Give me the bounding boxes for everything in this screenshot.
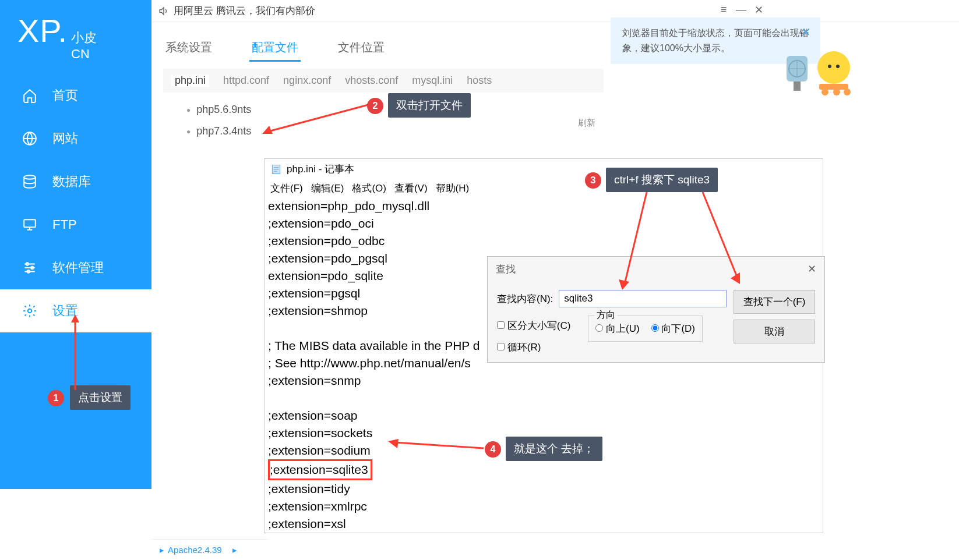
close-icon[interactable]: ✕ xyxy=(801,24,811,40)
notepad-title-text: php.ini - 记事本 xyxy=(287,162,354,176)
speaker-icon xyxy=(158,6,169,16)
arrow-2 xyxy=(260,99,371,140)
nav-website[interactable]: 网站 xyxy=(0,117,151,160)
svg-line-25 xyxy=(268,105,368,132)
radio-up[interactable]: 向上(U) xyxy=(595,322,639,335)
tab-system[interactable]: 系统设置 xyxy=(163,35,214,62)
arrow-3a xyxy=(618,191,653,290)
subtab-vhosts[interactable]: vhosts.conf xyxy=(345,75,398,87)
find-dialog: 查找 ✕ 查找内容(N): 区分大小写(C) 循环(R) 方向 向上(U) 向下… xyxy=(487,256,825,363)
nav-label: 网站 xyxy=(52,130,78,147)
subtab-httpd[interactable]: httpd.conf xyxy=(223,75,269,87)
database-icon xyxy=(21,173,38,190)
notepad-icon xyxy=(270,164,282,175)
svg-marker-26 xyxy=(262,126,273,134)
tab-location[interactable]: 文件位置 xyxy=(336,35,387,62)
logo: XP. 小皮 CN xyxy=(0,0,151,74)
menu-icon[interactable]: ≡ xyxy=(718,3,729,16)
home-icon xyxy=(21,87,38,104)
subtab-hosts[interactable]: hosts xyxy=(467,75,492,87)
arrow-3b xyxy=(699,191,746,284)
gear-icon xyxy=(21,302,38,320)
close-icon[interactable]: ✕ xyxy=(753,3,764,16)
cartoon-illustration xyxy=(778,38,854,102)
logo-brand: XP. xyxy=(17,12,68,49)
find-title-text: 查找 xyxy=(496,263,516,276)
svg-rect-10 xyxy=(819,84,848,90)
svg-marker-28 xyxy=(619,279,629,290)
service-name: Apache2.4.39 xyxy=(168,545,222,555)
php-version-item[interactable]: php7.3.4nts xyxy=(175,120,263,142)
subtab-mysql[interactable]: mysql.ini xyxy=(412,75,453,87)
sidebar: XP. 小皮 CN 首页 网站 数据库 FTP 软件管理 设置 xyxy=(0,0,151,489)
direction-group: 方向 向上(U) 向下(D) xyxy=(588,316,703,342)
nav-software[interactable]: 软件管理 xyxy=(0,246,151,289)
radio-down[interactable]: 向下(D) xyxy=(651,322,695,335)
nav-label: FTP xyxy=(52,217,77,232)
badge-1: 1 xyxy=(48,390,64,406)
logo-sub-2: CN xyxy=(71,46,97,62)
announcement-text: 用阿里云 腾讯云，我们有内部价 xyxy=(174,4,315,17)
globe-icon xyxy=(21,130,38,147)
callout-3: ctrl+f 搜索下 sqlite3 xyxy=(606,168,718,192)
menu-edit[interactable]: 编辑(E) xyxy=(311,182,344,195)
callout-4: 就是这个 去掉； xyxy=(506,437,602,461)
highlighted-line: ;extension=sqlite3 xyxy=(268,459,372,480)
direction-legend: 方向 xyxy=(594,309,618,321)
svg-marker-24 xyxy=(71,314,79,322)
notepad-titlebar: php.ini - 记事本 xyxy=(265,159,823,179)
service-indicator[interactable]: Apache2.4.39 xyxy=(151,539,268,560)
callout-2: 双击打开文件 xyxy=(388,93,471,118)
nav-label: 首页 xyxy=(52,87,78,104)
svg-point-18 xyxy=(844,88,851,95)
cancel-button[interactable]: 取消 xyxy=(734,320,815,343)
nav-home[interactable]: 首页 xyxy=(0,74,151,117)
nav-database[interactable]: 数据库 xyxy=(0,160,151,203)
find-label: 查找内容(N): xyxy=(497,292,553,306)
svg-marker-32 xyxy=(388,439,399,448)
loop-checkbox[interactable]: 循环(R) xyxy=(497,341,570,354)
badge-3: 3 xyxy=(585,172,601,189)
svg-point-7 xyxy=(817,51,850,84)
sliders-icon xyxy=(21,259,38,277)
monitor-icon xyxy=(21,216,38,233)
svg-point-9 xyxy=(836,65,840,68)
svg-point-16 xyxy=(822,88,828,95)
refresh-button[interactable]: 刷新 xyxy=(578,118,595,129)
config-subtabs: php.ini httpd.conf nginx.conf vhosts.con… xyxy=(163,69,604,93)
menu-file[interactable]: 文件(F) xyxy=(270,182,303,195)
nav-ftp[interactable]: FTP xyxy=(0,203,151,246)
window-controls: ≡ — ✕ xyxy=(718,3,770,16)
svg-rect-2 xyxy=(24,219,36,227)
find-input[interactable] xyxy=(559,290,727,307)
tab-config[interactable]: 配置文件 xyxy=(249,35,301,62)
subtab-phpini[interactable]: php.ini xyxy=(171,75,209,87)
menu-help[interactable]: 帮助(H) xyxy=(436,182,470,195)
svg-point-8 xyxy=(828,65,831,68)
close-icon[interactable]: ✕ xyxy=(808,263,816,276)
svg-point-1 xyxy=(24,175,36,179)
topbar: 用阿里云 腾讯云，我们有内部价 ≡ — ✕ xyxy=(151,0,959,22)
arrow-4 xyxy=(387,439,486,456)
badge-4: 4 xyxy=(485,441,501,458)
svg-point-6 xyxy=(28,309,32,313)
svg-line-31 xyxy=(395,442,484,448)
nav-label: 数据库 xyxy=(52,173,91,190)
nav-label: 软件管理 xyxy=(52,259,104,277)
php-version-item[interactable]: php5.6.9nts xyxy=(175,99,263,120)
case-checkbox[interactable]: 区分大小写(C) xyxy=(497,319,570,332)
arrow-1 xyxy=(66,314,84,390)
svg-line-27 xyxy=(625,192,647,284)
menu-view[interactable]: 查看(V) xyxy=(394,182,428,195)
logo-sub-1: 小皮 xyxy=(71,30,97,46)
svg-line-29 xyxy=(703,192,738,278)
minimize-icon[interactable]: — xyxy=(735,3,747,16)
svg-rect-15 xyxy=(794,81,801,91)
menu-format[interactable]: 格式(O) xyxy=(352,182,386,195)
settings-tabs: 系统设置 配置文件 文件位置 xyxy=(163,35,387,62)
subtab-nginx[interactable]: nginx.conf xyxy=(283,75,331,87)
php-version-list: php5.6.9nts php7.3.4nts xyxy=(175,99,263,142)
svg-point-17 xyxy=(833,88,840,95)
find-next-button[interactable]: 查找下一个(F) xyxy=(734,290,815,314)
